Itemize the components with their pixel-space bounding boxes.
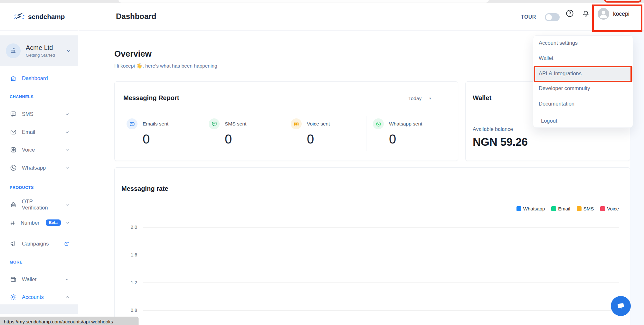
y-axis-tick: 0.8 [126, 308, 137, 313]
stat-value: 0 [307, 132, 365, 146]
sidebar-item-label: Wallet [22, 276, 36, 283]
chevron-down-icon [65, 112, 70, 116]
sidebar-submenu-band [0, 304, 78, 314]
chevron-down-icon [66, 220, 70, 225]
brand-logo[interactable]: sendchamp [0, 3, 78, 31]
sidebar-item-wallet[interactable]: Wallet [10, 274, 70, 284]
legend-swatch [516, 206, 521, 211]
sidebar-item-voice[interactable]: Voice [10, 145, 70, 154]
stat-divider [202, 116, 202, 151]
org-switcher[interactable]: Acme Ltd Getting Started [0, 35, 78, 66]
email-icon [10, 128, 17, 136]
legend-item-email[interactable]: Email [551, 206, 570, 211]
org-building-icon [6, 43, 21, 58]
sidebar-item-sms[interactable]: SMS [10, 109, 70, 119]
avatar [598, 8, 609, 20]
sidebar-item-dashboard[interactable]: Dashboard [10, 73, 70, 83]
menu-divider [533, 112, 633, 112]
beta-badge: Beta [46, 219, 61, 226]
chevron-down-icon [65, 147, 70, 152]
tour-label: TOUR [521, 14, 536, 20]
y-axis-tick: 2.0 [126, 225, 137, 230]
sidebar-item-label: Dashboard [22, 75, 48, 81]
sidebar-item-label: Email [22, 129, 35, 135]
status-url-text: https://my.sendchamp.com/accounts/api-we… [4, 319, 113, 324]
stat-label: Emails sent [143, 121, 168, 127]
stat-label: SMS sent [225, 121, 246, 127]
legend-label: Email [558, 206, 570, 211]
voice-stat-icon [291, 118, 302, 129]
sidebar-item-email[interactable]: Email [10, 127, 70, 137]
menu-item-logout[interactable]: Logout [541, 118, 557, 124]
stat-divider [284, 116, 284, 151]
home-icon [10, 75, 17, 82]
sms-icon [10, 110, 17, 118]
legend-swatch [577, 206, 582, 211]
tour-toggle[interactable] [545, 13, 560, 21]
legend-label: Whatsapp [523, 206, 545, 211]
help-button[interactable] [565, 9, 574, 19]
hash-icon [10, 219, 16, 227]
bell-icon [582, 9, 590, 18]
sidebar-item-whatsapp[interactable]: Whatsapp [10, 163, 70, 172]
chevron-down-icon [66, 48, 71, 53]
chart-gridline [143, 227, 619, 228]
sidebar-item-label: OTP Verification [22, 199, 60, 211]
period-dropdown[interactable]: Today ▼ [408, 96, 431, 101]
user-menu-trigger[interactable]: kocepi [598, 8, 630, 20]
menu-item-account-settings[interactable]: Account settings [539, 40, 578, 46]
sidebar-item-number[interactable]: Number Beta [10, 218, 70, 228]
sms-icon [211, 121, 217, 127]
megaphone-icon [10, 240, 17, 247]
person-icon [598, 8, 609, 20]
username: kocepi [613, 11, 630, 17]
menu-item-developer-community[interactable]: Developer commnuity [539, 85, 590, 91]
wallet-balance-label: Available balance [473, 126, 513, 132]
stat-label: Voice sent [307, 121, 330, 127]
legend-item-sms[interactable]: SMS [577, 206, 594, 211]
whatsapp-icon [10, 164, 17, 172]
lock-icon [10, 201, 17, 209]
sidebar-item-otp-verification[interactable]: OTP Verification [10, 200, 70, 209]
gear-icon [10, 293, 17, 301]
sidebar-item-campaigns[interactable]: Campaigns [10, 239, 70, 248]
sendchamp-logo-icon [14, 12, 25, 22]
sidebar-item-label: Accounts [22, 294, 44, 300]
browser-chrome-strip [0, 0, 644, 3]
sidebar-item-accounts[interactable]: Accounts [10, 292, 70, 302]
stat-label: Whatsapp sent [389, 121, 422, 127]
org-name: Acme Ltd [26, 44, 55, 51]
help-icon [565, 9, 574, 18]
overview-subtitle: Hi kocepi 👋, here's what has been happen… [114, 63, 217, 69]
sidebar-item-label: Voice [22, 147, 35, 153]
menu-item-api-integrations[interactable]: API & Integrations [539, 70, 582, 77]
sms-stat-icon [209, 118, 220, 129]
notifications-button[interactable] [582, 9, 590, 19]
annotation-red-sliver [604, 0, 641, 3]
toggle-knob [546, 14, 552, 20]
chat-widget-button[interactable] [611, 296, 631, 316]
chart-legend: Whatsapp Email SMS Voice [516, 206, 619, 211]
caret-down-icon: ▼ [429, 97, 431, 100]
menu-item-wallet[interactable]: Wallet [539, 55, 553, 61]
sidebar-item-label: Whatsapp [22, 165, 46, 171]
whatsapp-stat-icon [373, 118, 384, 129]
stat-value: 0 [143, 132, 201, 146]
legend-item-voice[interactable]: Voice [600, 206, 619, 211]
voice-icon [293, 121, 299, 127]
external-link-icon [64, 241, 70, 246]
chevron-down-icon [65, 202, 70, 207]
chart-gridline [143, 283, 619, 283]
envelope-icon [129, 121, 135, 127]
wallet-icon [10, 276, 17, 283]
menu-item-documentation[interactable]: Documentation [539, 101, 574, 107]
legend-item-whatsapp[interactable]: Whatsapp [516, 206, 545, 211]
browser-address-bar [118, 0, 489, 3]
voice-icon [10, 146, 17, 153]
messaging-report-title: Messaging Report [123, 94, 179, 102]
whatsapp-icon [375, 121, 382, 127]
stat-divider [366, 116, 366, 151]
period-value: Today [408, 96, 421, 101]
email-stat-icon [127, 118, 137, 129]
chevron-down-icon [65, 165, 70, 170]
